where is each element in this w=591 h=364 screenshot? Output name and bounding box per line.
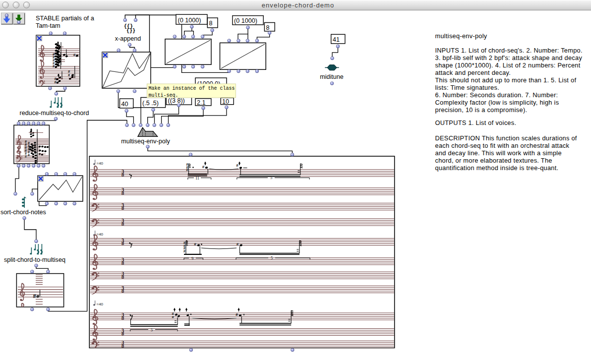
- svg-text:attack and percent decay.: attack and percent decay.: [435, 69, 511, 76]
- svg-text:precision, 10 is a compromise): precision, 10 is a compromise).: [435, 106, 528, 114]
- svg-text:=40: =40: [97, 161, 104, 166]
- svg-text:sort-chord-notes: sort-chord-notes: [0, 209, 46, 216]
- svg-text:8: 8: [121, 172, 124, 178]
- svg-text:(0 1000): (0 1000): [234, 17, 257, 24]
- svg-text:8: 8: [121, 260, 124, 266]
- svg-text:#: #: [194, 242, 196, 246]
- svg-text:INPUTS 1. List of chord-seq's.: INPUTS 1. List of chord-seq's. 2. Number…: [435, 47, 583, 54]
- svg-text:8: 8: [121, 315, 124, 321]
- svg-text:8: 8: [121, 221, 124, 227]
- svg-text:DESCRIPTION This function scal: DESCRIPTION This function scales duratio…: [435, 134, 577, 142]
- svg-text:5: 5: [270, 175, 272, 180]
- svg-text:shape (1000*1000). 4. List of: shape (1000*1000). 4. List of 2 numbers:…: [435, 61, 581, 69]
- svg-text:OUTPUTS 1. List of voices.: OUTPUTS 1. List of voices.: [435, 119, 517, 126]
- svg-text:quantification method inside i: quantification method inside is tree-qua…: [435, 164, 559, 172]
- svg-text:{}}: {}}: [126, 28, 135, 34]
- svg-text:#: #: [73, 53, 76, 57]
- svg-text:8: 8: [266, 24, 270, 31]
- svg-text:Make an instance of the class: Make an instance of the class: [149, 86, 235, 91]
- svg-text:10: 10: [222, 98, 229, 105]
- svg-text:lists: Time signatures.: lists: Time signatures.: [435, 84, 499, 91]
- svg-text:#: #: [25, 155, 27, 158]
- svg-text:8: 8: [121, 331, 124, 336]
- svg-text:8: 8: [121, 190, 124, 196]
- svg-text:((3 8)): ((3 8)): [168, 97, 185, 104]
- svg-text:(.5 .5): (.5 .5): [142, 100, 159, 107]
- svg-text:2.1: 2.1: [197, 99, 206, 106]
- svg-text:6. Number: Seconds duration. 7: 6. Number: Seconds duration. 7. Number:: [435, 91, 558, 99]
- svg-text:#: #: [236, 242, 239, 246]
- svg-text:Complexity factor (low is simp: Complexity factor (low is simplicity, hi…: [435, 99, 559, 106]
- svg-text:#: #: [202, 165, 205, 169]
- svg-text:3. bpf-lib self with 2 bpf's:: 3. bpf-lib self with 2 bpf's: attack sha…: [435, 54, 583, 61]
- svg-text:8: 8: [121, 241, 124, 246]
- svg-text:5: 5: [151, 327, 153, 332]
- svg-text:#: #: [183, 249, 185, 253]
- svg-text:=40: =40: [97, 232, 104, 237]
- svg-text:chord, or more elaborated text: chord, or more elaborated textures. The: [435, 157, 552, 164]
- svg-text:each chord-seq to fit with an: each chord-seq to fit with an orchestral…: [435, 142, 570, 149]
- svg-text:miditune: miditune: [320, 73, 344, 80]
- svg-text:multiseq-env-poly: multiseq-env-poly: [121, 138, 170, 145]
- svg-text:reduce-multiseq-to-chord: reduce-multiseq-to-chord: [20, 110, 89, 117]
- svg-text:8: 8: [121, 288, 124, 294]
- svg-text:40: 40: [121, 101, 128, 108]
- svg-text:#: #: [28, 153, 30, 157]
- svg-text:9: 9: [191, 256, 193, 261]
- svg-text:8: 8: [121, 205, 124, 211]
- svg-text:11: 11: [195, 176, 199, 181]
- svg-text:5: 5: [271, 255, 273, 260]
- svg-text:envelope-chord-demo: envelope-chord-demo: [262, 1, 334, 9]
- svg-text:41: 41: [333, 36, 340, 43]
- svg-text:#: #: [33, 293, 36, 299]
- svg-text:STABLE partials of a: STABLE partials of a: [36, 14, 95, 22]
- svg-text:#: #: [236, 312, 238, 317]
- svg-text:8: 8: [209, 20, 213, 27]
- svg-text:(0 1000): (0 1000): [178, 17, 201, 24]
- svg-text:#: #: [186, 168, 188, 172]
- svg-text:8: 8: [121, 274, 124, 280]
- svg-text:Tam-tam: Tam-tam: [36, 22, 60, 29]
- svg-text:x-append: x-append: [115, 35, 141, 42]
- svg-text:split-chord-to-multiseq: split-chord-to-multiseq: [4, 256, 65, 263]
- svg-text:=40: =40: [97, 302, 104, 306]
- svg-text:This should not add up to more: This should not add up to more than 1. 5…: [435, 76, 577, 84]
- svg-text:multi-seq.: multi-seq.: [149, 93, 178, 98]
- svg-text:#: #: [236, 163, 238, 168]
- svg-text:multiseq-env-poly: multiseq-env-poly: [435, 32, 487, 40]
- svg-text:and decay line. This will work: and decay line. This will work with a si…: [435, 149, 562, 157]
